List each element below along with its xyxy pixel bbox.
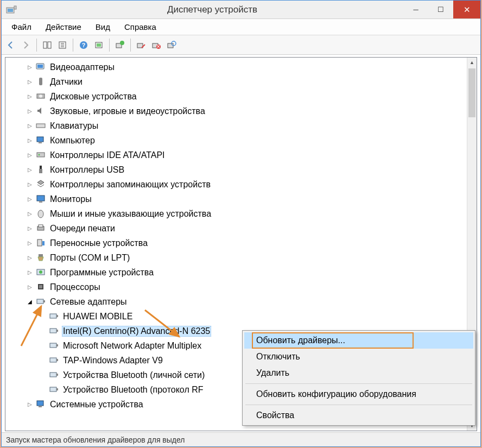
- mouse-icon: [36, 209, 47, 219]
- tree-node-print-queues[interactable]: ▷ Очереди печати: [5, 221, 467, 236]
- tree-node-sensors[interactable]: ▷ Датчики: [5, 74, 467, 89]
- ide-controller-icon: [36, 150, 47, 161]
- ctx-scan[interactable]: Обновить конфигурацию оборудования: [244, 386, 473, 402]
- svg-point-25: [39, 94, 42, 98]
- statusbar: Запуск мастера обновления драйверов для …: [2, 432, 480, 446]
- show-hide-console-button[interactable]: [40, 38, 54, 52]
- menu-file[interactable]: Файл: [5, 20, 38, 34]
- svg-rect-59: [37, 401, 43, 406]
- svg-rect-49: [50, 329, 56, 333]
- scan-button[interactable]: [92, 38, 106, 52]
- svg-rect-37: [39, 225, 43, 227]
- expander-icon[interactable]: ▷: [26, 210, 34, 218]
- svg-point-30: [39, 154, 40, 155]
- svg-rect-48: [56, 315, 58, 317]
- maximize-button[interactable]: ☐: [428, 1, 453, 18]
- menu-help[interactable]: Справка: [118, 20, 163, 34]
- network-adapter-icon: [49, 355, 60, 366]
- svg-rect-44: [39, 285, 42, 288]
- tree-node-sound[interactable]: ▷ Звуковые, игровые и видеоустройства: [5, 104, 467, 118]
- network-adapter-icon: [36, 296, 47, 307]
- svg-rect-40: [39, 254, 43, 257]
- ctx-uninstall[interactable]: Удалить: [244, 365, 473, 381]
- network-adapter-icon: [49, 311, 60, 322]
- svg-point-35: [38, 210, 43, 218]
- svg-rect-55: [50, 373, 56, 377]
- expander-icon[interactable]: ▷: [26, 283, 34, 291]
- svg-rect-3: [43, 42, 47, 48]
- expander-icon[interactable]: ▷: [26, 254, 34, 262]
- tree-node-software-devices[interactable]: ▷ Программные устройства: [5, 265, 467, 280]
- keyboard-icon: [36, 121, 47, 131]
- ctx-disable[interactable]: Отключить: [244, 349, 473, 365]
- svg-rect-4: [48, 42, 51, 48]
- tree-node-usb[interactable]: ▷ Контроллеры USB: [5, 162, 467, 177]
- properties-button[interactable]: [55, 38, 69, 52]
- svg-point-42: [39, 270, 42, 274]
- expander-icon[interactable]: ▷: [26, 64, 34, 71]
- toolbar: ? ✕: [2, 35, 480, 55]
- scroll-up-icon[interactable]: ▲: [467, 58, 477, 67]
- expander-icon[interactable]: ▷: [26, 122, 34, 130]
- svg-text:?: ?: [82, 42, 86, 48]
- tree-node-mice[interactable]: ▷ Мыши и иные указывающие устройства: [5, 206, 467, 221]
- svg-rect-45: [37, 299, 43, 304]
- svg-rect-60: [39, 406, 42, 407]
- context-menu: Обновить драйверы... Отключить Удалить О…: [242, 330, 475, 426]
- tree-node-portable[interactable]: ▷ Переносные устройства: [5, 236, 467, 250]
- expander-icon[interactable]: ▷: [26, 195, 34, 203]
- processor-icon: [36, 282, 47, 293]
- ctx-update-drivers[interactable]: Обновить драйверы...: [244, 332, 473, 349]
- expander-icon[interactable]: ▷: [26, 78, 34, 86]
- port-icon: [36, 253, 47, 263]
- tree-node-huawei[interactable]: HUAWEI MOBILE: [5, 309, 467, 324]
- expander-icon[interactable]: ▷: [26, 108, 34, 115]
- expander-icon[interactable]: ▷: [26, 137, 34, 144]
- network-adapter-icon: [49, 326, 60, 337]
- back-button[interactable]: [4, 38, 18, 52]
- tree-node-storage[interactable]: ▷ Контроллеры запоминающих устройств: [5, 177, 467, 192]
- svg-rect-34: [39, 201, 42, 203]
- network-adapter-icon: [49, 340, 60, 351]
- uninstall-button[interactable]: ✕: [149, 38, 163, 52]
- scrollbar-thumb[interactable]: [468, 68, 475, 117]
- help-button[interactable]: ?: [77, 38, 91, 52]
- tree-node-monitors[interactable]: ▷ Мониторы: [5, 192, 467, 206]
- close-button[interactable]: ✕: [453, 1, 480, 18]
- tree-node-disk-drives[interactable]: ▷ Дисковые устройства: [5, 89, 467, 104]
- menu-action[interactable]: Действие: [39, 20, 88, 34]
- expander-icon[interactable]: ▷: [26, 93, 34, 100]
- expander-icon[interactable]: ▷: [26, 181, 34, 188]
- expander-icon[interactable]: ◢: [26, 298, 34, 306]
- tree-node-keyboards[interactable]: ▷ Клавиатуры: [5, 118, 467, 133]
- tree-node-ide[interactable]: ▷ Контроллеры IDE ATA/ATAPI: [5, 148, 467, 162]
- tree-node-processors[interactable]: ▷ Процессоры: [5, 280, 467, 294]
- svg-rect-51: [50, 343, 56, 348]
- expander-icon[interactable]: ▷: [26, 269, 34, 276]
- expander-icon[interactable]: ▷: [26, 152, 34, 159]
- disable-device-button[interactable]: [134, 38, 148, 52]
- svg-rect-26: [36, 124, 45, 128]
- forward-button[interactable]: [19, 38, 33, 52]
- expander-icon[interactable]: ▷: [26, 239, 34, 247]
- tree-node-video-adapters[interactable]: ▷ Видеоадаптеры: [5, 60, 467, 74]
- tree-node-ports[interactable]: ▷ Порты (COM и LPT): [5, 250, 467, 265]
- expander-icon[interactable]: ▷: [26, 401, 34, 408]
- menu-view[interactable]: Вид: [89, 20, 117, 34]
- expander-icon[interactable]: ▷: [26, 166, 34, 174]
- tree-node-network-adapters[interactable]: ◢ Сетевые адаптеры: [5, 294, 467, 309]
- ctx-separator: [245, 383, 472, 384]
- ctx-separator: [245, 405, 472, 405]
- scan-hardware-button[interactable]: [164, 38, 179, 52]
- ctx-properties[interactable]: Свойства: [244, 407, 473, 424]
- svg-point-14: [120, 41, 124, 45]
- printer-icon: [36, 223, 47, 234]
- tree-node-computer[interactable]: ▷ Компьютер: [5, 133, 467, 148]
- svg-rect-27: [37, 137, 43, 142]
- monitor-icon: [36, 194, 47, 205]
- svg-rect-12: [97, 43, 101, 47]
- svg-rect-39: [42, 241, 45, 245]
- update-driver-button[interactable]: [113, 38, 127, 52]
- minimize-button[interactable]: ─: [403, 1, 428, 18]
- expander-icon[interactable]: ▷: [26, 225, 34, 232]
